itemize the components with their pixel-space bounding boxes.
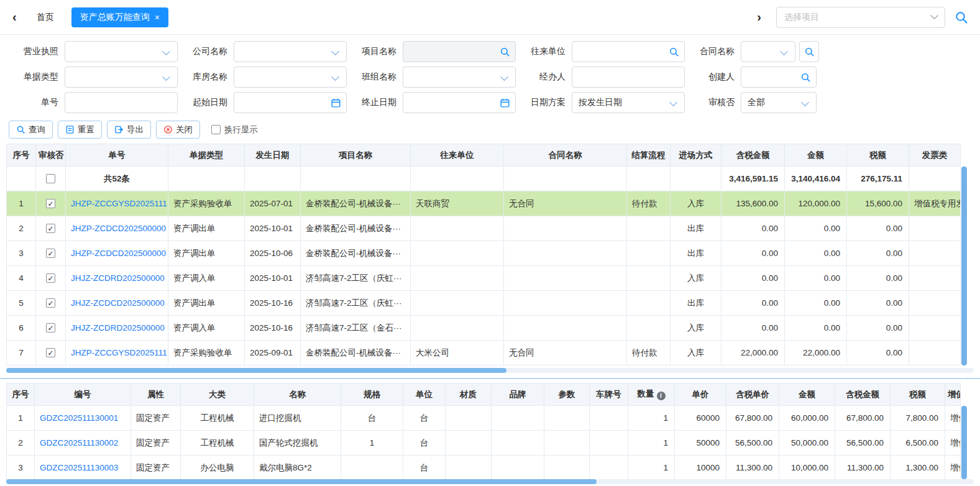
table-row[interactable]: 5 JHJZ-ZCDCD202500000 资产调出单 2025-10-16 济… [7,291,961,316]
col-header: 序号 [7,383,35,406]
select-all-checkbox[interactable] [46,174,55,183]
tab-home[interactable]: 首页 [37,12,54,23]
table-row[interactable]: 6 JHJZ-ZCDRD202500000 资产调入单 2025-10-16 济… [7,316,961,341]
entry-mode-cell: 入库 [671,316,721,341]
project-cell: 济邹高速7-2工区（庆虹··· [301,291,411,316]
business-license-select[interactable] [65,41,178,62]
filter-doc-no: 单号 [9,92,178,113]
search-icon[interactable] [500,47,510,57]
doc-no-link[interactable]: JHZP-ZCDCD202500000 [71,249,166,258]
asset-name-cell: 进口挖掘机 [254,406,341,431]
doc-no-link[interactable]: JHJZ-ZCDRD202500000 [71,273,165,283]
detail-row[interactable]: 2 GDZC202511130002 固定资产 工程机械 国产轮式挖掘机 1 台… [7,431,961,456]
filter-end-date: 终止日期 [347,92,516,113]
asset-code-cell: GDZC202511130001 [35,406,131,431]
main-hscroll-thumb[interactable] [6,368,506,373]
team-name-select[interactable] [403,66,516,88]
amount-cell: 0.00 [785,291,847,316]
tax-cell: 0.00 [847,291,909,316]
row-checkbox[interactable] [46,224,55,233]
project-select[interactable]: 选择项目 [776,7,945,28]
price-cell: 50000 [675,431,726,456]
contract-name-select[interactable] [741,41,795,62]
search-icon[interactable] [669,47,679,57]
row-checkbox[interactable] [46,323,55,332]
contract-cell [504,291,627,316]
table-row[interactable]: 1 JHZP-ZCCGYSD2025111 资产采购验收单 2025-07-01… [7,191,961,216]
doc-type-cell: 资产调入单 [168,266,245,291]
doc-no-input[interactable] [65,92,178,113]
global-search-icon[interactable] [954,10,969,25]
tab-label: 资产总账万能查询 [80,12,150,23]
asset-code-link[interactable]: GDZC202511130003 [40,463,118,472]
entry-mode-cell: 入库 [671,266,721,291]
table-row[interactable]: 3 JHZP-ZCDCD202500000 资产调出单 2025-10-06 金… [7,241,961,266]
table-row[interactable]: 2 JHZP-ZCDCD202500000 资产调出单 2025-10-01 金… [7,216,961,241]
row-checkbox[interactable] [46,298,55,308]
creator-input[interactable] [741,66,817,88]
search-icon[interactable] [800,72,811,83]
doc-type-cell: 资产采购验收单 [168,191,245,216]
filter-row-2: 单据类型 库房名称 班组名称 经办人 创建人 [9,66,980,88]
filter-business-license: 营业执照 [9,41,178,62]
row-checkbox[interactable] [46,199,55,208]
start-date-picker[interactable] [234,92,347,113]
category-cell: 办公电脑 [181,456,254,480]
info-icon[interactable]: i [657,392,666,400]
counterparty-input[interactable] [572,41,685,62]
date-scheme-select[interactable]: 按发生日期 [572,92,685,113]
table-row[interactable]: 7 JHZP-ZCCGYSD2025111 资产采购验收单 2025-09-01… [7,341,961,365]
tax-cell: 15,600.00 [847,191,909,216]
tabs-scroll-right-icon[interactable]: › [753,10,765,24]
audit-status-select[interactable]: 全部 [741,92,817,113]
main-horizontal-scrollbar [6,368,974,373]
detail-vertical-scrollbar[interactable] [961,406,967,479]
close-button[interactable]: 关闭 [156,121,200,139]
material-cell [446,456,492,480]
tax-incl-amount-cell: 22,000.00 [721,341,785,365]
row-checkbox[interactable] [46,249,55,258]
doc-no-link[interactable]: JHJZ-ZCDRD202500000 [71,323,165,332]
asset-code-link[interactable]: GDZC202511130001 [40,413,118,423]
doc-no-link[interactable]: JHZP-ZCDCD202500000 [71,224,166,233]
doc-no-link[interactable]: JHJZ-ZCDCD202500000 [71,298,165,308]
table-row[interactable]: 4 JHJZ-ZCDRD202500000 资产调入单 2025-10-01 济… [7,266,961,291]
handler-input[interactable] [572,66,685,88]
query-button[interactable]: 查询 [9,121,53,139]
main-table-header: 序号 审核否 单号 单据类型 发生日期 项目名称 往来单位 合同名称 结算流程 … [7,144,961,167]
tab-asset-ledger-query[interactable]: 资产总账万能查询 × [71,7,168,27]
col-header: 单据类型 [168,144,245,167]
company-name-select[interactable] [234,41,347,62]
wrap-display-checkbox[interactable] [211,125,221,134]
project-name-input[interactable] [403,41,516,62]
contract-search-button[interactable] [799,41,819,62]
amount-cell: 0.00 [785,241,847,266]
settle-flow-cell: 待付款 [627,191,671,216]
col-header: 参数 [544,383,590,406]
doc-no-text-input[interactable] [71,97,160,108]
reset-button[interactable]: 重置 [58,121,102,139]
export-button[interactable]: 导出 [107,121,151,139]
tax-incl-amount-cell: 0.00 [721,266,785,291]
row-checkbox[interactable] [46,273,55,283]
end-date-picker[interactable] [403,92,516,113]
attr-cell: 固定资产 [131,406,181,431]
detail-grid-region: 序号 编号 属性 大类 名称 规格 单位 材质 品牌 参数 车牌号 数量i 单价… [6,383,980,480]
doc-no-link[interactable]: JHZP-ZCCGYSD2025111 [71,199,167,208]
brand-cell [492,406,544,431]
handler-text-input[interactable] [579,71,667,83]
detail-hscroll-thumb[interactable] [6,479,597,484]
main-vertical-scrollbar[interactable] [961,167,967,365]
warehouse-name-select[interactable] [234,66,347,88]
tax-incl-amount-cell: 0.00 [721,291,785,316]
filter-label: 库房名称 [178,71,227,83]
detail-table-header: 序号 编号 属性 大类 名称 规格 单位 材质 品牌 参数 车牌号 数量i 单价… [7,383,961,406]
tabs-scroll-left-icon[interactable]: ‹ [9,10,21,24]
doc-type-select[interactable] [65,66,178,88]
tab-close-icon[interactable]: × [155,12,160,22]
detail-row[interactable]: 1 GDZC202511130001 固定资产 工程机械 进口挖掘机 台 台 1… [7,406,961,431]
detail-row[interactable]: 3 GDZC202511130003 固定资产 办公电脑 戴尔电脑8G*2 台 … [7,456,961,480]
asset-code-link[interactable]: GDZC202511130002 [40,438,118,447]
doc-no-link[interactable]: JHZP-ZCCGYSD2025111 [71,348,167,357]
row-checkbox[interactable] [46,348,55,357]
